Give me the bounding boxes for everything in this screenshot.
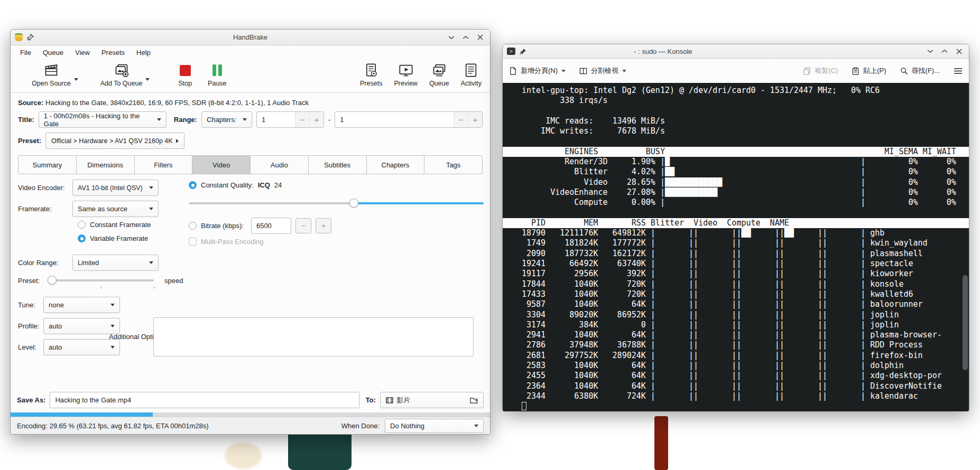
when-done-select[interactable]: Do Nothing: [385, 419, 484, 433]
terminal-line: 1749 181824K 177772K | || || || || | kwi…: [503, 238, 969, 248]
color-range-label: Color Range:: [18, 259, 68, 267]
bitrate-radio[interactable]: [189, 222, 197, 230]
wallpaper-red-pole: [654, 416, 668, 470]
quality-slider[interactable]: [189, 199, 484, 208]
split-view-button[interactable]: 分割檢視: [579, 66, 626, 76]
minimize-button[interactable]: [924, 46, 936, 56]
tab-dimensions[interactable]: Dimensions: [76, 155, 135, 174]
add-to-queue-dropdown-caret[interactable]: [145, 78, 150, 81]
encoder-preset-slider[interactable]: [48, 276, 154, 285]
add-to-queue-button[interactable]: Add To Queue: [100, 62, 143, 87]
handbrake-logo-icon: [15, 33, 23, 41]
level-select[interactable]: auto: [43, 339, 120, 355]
constant-quality-radio[interactable]: [189, 181, 197, 189]
activity-icon: [464, 62, 478, 78]
paste-button[interactable]: 貼上(P): [852, 66, 886, 76]
menu-view[interactable]: View: [70, 48, 95, 58]
chapter-to-spinbox[interactable]: 1 − +: [335, 111, 483, 128]
bitrate-label: Bitrate (kbps):: [201, 222, 244, 230]
decrement-button[interactable]: −: [295, 218, 311, 233]
save-as-input[interactable]: [50, 392, 359, 408]
maximize-button[interactable]: [939, 46, 950, 56]
decrement-button[interactable]: −: [295, 112, 309, 127]
tab-tags[interactable]: Tags: [424, 155, 483, 174]
stop-button[interactable]: Stop: [178, 62, 192, 87]
queue-button[interactable]: Queue: [429, 62, 449, 87]
terminal-line: [503, 106, 969, 116]
increment-button[interactable]: +: [316, 218, 331, 233]
pin-icon[interactable]: [520, 48, 526, 55]
tune-label: Tune:: [18, 301, 39, 309]
destination-button[interactable]: 影片: [380, 392, 484, 408]
menu-help[interactable]: Help: [131, 48, 156, 58]
minimize-button[interactable]: [446, 33, 457, 42]
konsole-titlebar[interactable]: > - : sudo — Konsole: [503, 44, 969, 59]
tab-subtitles[interactable]: Subtitles: [308, 155, 367, 174]
constant-framerate-radio[interactable]: [78, 221, 86, 229]
title-row: Title: 1 - 00h02m08s - Hacking to the Ga…: [18, 111, 483, 128]
handbrake-titlebar[interactable]: HandBrake: [11, 30, 490, 45]
tab-filters[interactable]: Filters: [134, 155, 193, 174]
chevron-down-icon: [110, 325, 115, 327]
color-range-select[interactable]: Limited: [72, 255, 159, 271]
close-button[interactable]: [953, 46, 965, 56]
variable-framerate-radio[interactable]: [78, 234, 86, 242]
increment-button[interactable]: +: [468, 112, 482, 127]
range-dash: -: [328, 116, 330, 124]
terminal-line: IMC writes: 7678 MiB/s: [503, 126, 969, 136]
window-title: HandBrake: [233, 33, 267, 41]
tab-video[interactable]: Video: [192, 155, 251, 174]
terminal-line: 3304 89020K 86952K | || || || || | jopli…: [503, 310, 969, 320]
tab-chapters[interactable]: Chapters: [366, 155, 425, 174]
menu-file[interactable]: File: [15, 48, 36, 58]
slider-handle[interactable]: [48, 276, 57, 285]
presets-button[interactable]: Presets: [360, 62, 382, 87]
add-to-queue-icon: [114, 62, 129, 78]
maximize-button[interactable]: [460, 33, 471, 42]
title-select[interactable]: 1 - 00h02m08s - Hacking to the Gate: [39, 111, 167, 128]
hamburger-menu-button[interactable]: [954, 68, 963, 74]
profile-select[interactable]: auto: [43, 318, 120, 334]
preset-breadcrumb-button[interactable]: Official > Hardware > AV1 QSV 2160p 4K: [45, 133, 184, 149]
quality-value: 24: [274, 181, 282, 189]
tune-select[interactable]: none: [43, 297, 120, 313]
window-title: - : sudo — Konsole: [634, 48, 692, 55]
bitrate-input[interactable]: [251, 218, 291, 234]
tab-audio[interactable]: Audio: [250, 155, 309, 174]
range-type-select[interactable]: Chapters:: [201, 111, 252, 128]
scrollbar-thumb[interactable]: [963, 275, 968, 370]
tab-summary[interactable]: Summary: [18, 155, 77, 174]
terminal-line: intel-gpu-top: Intel Dg2 (Gen12) @ /dev/…: [503, 86, 969, 96]
increment-button[interactable]: +: [309, 112, 323, 127]
encoder-select[interactable]: AV1 10-bit (Intel QSV): [72, 180, 159, 196]
close-button[interactable]: [474, 33, 486, 42]
terminal-line: Blitter 4.02% |██ | 0% 0%: [503, 167, 969, 177]
presets-icon: [364, 62, 378, 78]
open-source-dropdown-caret[interactable]: [74, 78, 78, 81]
chevron-down-icon[interactable]: [622, 70, 626, 72]
encoder-label: Video Encoder:: [18, 184, 68, 192]
decrement-button[interactable]: −: [454, 112, 468, 127]
new-tab-button[interactable]: 新增分頁(N): [509, 66, 566, 76]
multipass-checkbox[interactable]: [189, 238, 197, 246]
chapter-from-spinbox[interactable]: 1 − +: [256, 111, 324, 128]
chevron-down-icon[interactable]: [561, 70, 566, 72]
preset-row: Preset: Official > Hardware > AV1 QSV 21…: [18, 133, 483, 149]
folder-browse-icon[interactable]: [470, 397, 478, 403]
menu-queue[interactable]: Queue: [38, 48, 69, 58]
split-view-icon: [579, 67, 587, 75]
additional-options-textarea[interactable]: [153, 317, 474, 356]
slider-handle[interactable]: [349, 199, 358, 208]
pin-icon[interactable]: [27, 34, 34, 41]
constant-quality-label: Constant Quality:: [201, 181, 254, 189]
preview-button[interactable]: Preview: [394, 62, 417, 87]
terminal-output[interactable]: intel-gpu-top: Intel Dg2 (Gen12) @ /dev/…: [503, 83, 969, 411]
open-source-button[interactable]: Open Source: [32, 62, 71, 87]
framerate-select[interactable]: Same as source: [72, 201, 159, 217]
pause-button[interactable]: Pause: [208, 62, 226, 87]
activity-button[interactable]: Activity: [460, 62, 482, 87]
tab-bar: Summary Dimensions Filters Video Audio S…: [18, 155, 483, 174]
menu-presets[interactable]: Presets: [96, 48, 130, 58]
copy-button[interactable]: 複製(C): [803, 66, 838, 76]
find-button[interactable]: 尋找(F)...: [900, 66, 940, 76]
